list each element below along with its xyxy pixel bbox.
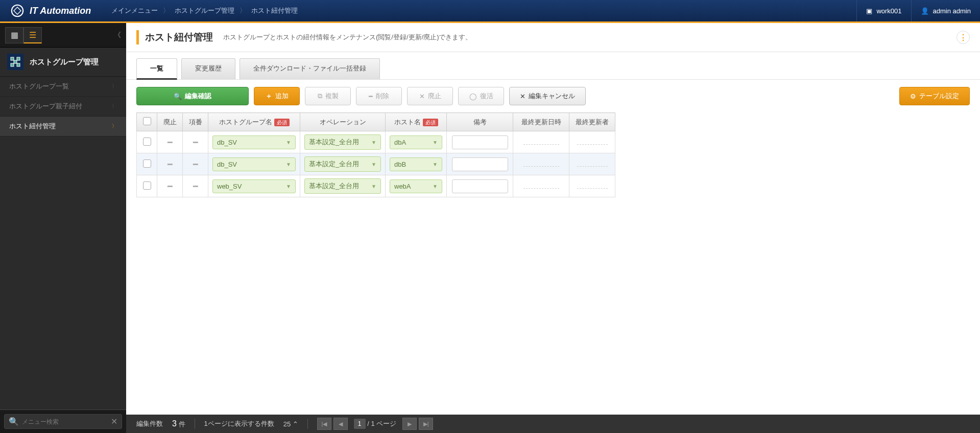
workspace-name: work001 bbox=[876, 7, 901, 15]
discard-indicator: ━ bbox=[168, 138, 173, 147]
chevron-down-icon: ▼ bbox=[433, 184, 438, 189]
chevron-right-icon: 〉 bbox=[112, 103, 117, 110]
clear-icon[interactable]: ✕ bbox=[111, 417, 117, 426]
chevron-down-icon: ▼ bbox=[433, 140, 438, 145]
confirm-edit-button[interactable]: 🔍 編集確認 bbox=[136, 87, 249, 105]
toolbar: 🔍 編集確認 ＋ 追加 ⧉ 複製 ━ 削除 ✕ 廃止 bbox=[126, 80, 980, 112]
col-no: 項番 bbox=[183, 113, 208, 131]
chevron-right-icon: 〉 bbox=[112, 83, 117, 90]
tab-list[interactable]: 一覧 bbox=[136, 58, 177, 80]
tab-download[interactable]: 全件ダウンロード・ファイル一括登録 bbox=[240, 58, 380, 79]
chevron-up-icon: ⌃ bbox=[293, 420, 298, 428]
remark-input[interactable] bbox=[452, 135, 508, 149]
search-check-icon: 🔍 bbox=[174, 93, 182, 100]
svg-rect-4 bbox=[17, 63, 20, 66]
row-checkbox[interactable] bbox=[143, 181, 151, 190]
app-logo[interactable]: IT Automation bbox=[0, 4, 101, 18]
page-header: ホスト紐付管理 ホストグループとホストの紐付情報をメンテナンス(閲覧/登録/更新… bbox=[126, 23, 980, 52]
col-remark: 備考 bbox=[447, 113, 513, 131]
host-select[interactable]: webA▼ bbox=[390, 179, 442, 193]
sidebar: ▦ ☰ 《 ホストグループ管理 ホストグループ一覧 〉 ホストグループ親子紐付 … bbox=[0, 23, 126, 433]
table-row: ━━web_SV▼基本設定_全台用▼webA▼ bbox=[137, 175, 615, 197]
view-list-button[interactable]: ☰ bbox=[23, 27, 42, 43]
copy-icon: ⧉ bbox=[318, 92, 322, 100]
workspace-icon: ▣ bbox=[866, 7, 872, 15]
sidebar-title: ホストグループ管理 bbox=[0, 48, 126, 77]
edit-count: 3 bbox=[172, 419, 177, 428]
search-icon: 🔍 bbox=[9, 417, 19, 426]
user-name: admin admin bbox=[933, 7, 971, 15]
menu-search-input[interactable] bbox=[22, 418, 108, 425]
first-page-button[interactable]: |◀ bbox=[317, 418, 331, 430]
remark-input[interactable] bbox=[452, 179, 508, 193]
footer: 編集件数 3 件 1ページに表示する件数 25 ⌃ |◀ ◀ 1 / 1 ページ… bbox=[126, 415, 980, 433]
hostgroup-select[interactable]: web_SV▼ bbox=[212, 179, 296, 193]
host-select[interactable]: dbB▼ bbox=[390, 157, 442, 171]
button-label: 廃止 bbox=[428, 92, 441, 101]
updated-by-placeholder bbox=[577, 188, 608, 189]
operation-select[interactable]: 基本設定_全台用▼ bbox=[304, 178, 381, 194]
host-select[interactable]: dbA▼ bbox=[390, 135, 442, 149]
plus-icon: ＋ bbox=[266, 92, 272, 101]
next-page-button[interactable]: ▶ bbox=[402, 418, 417, 430]
button-label: 編集確認 bbox=[185, 92, 211, 101]
page-menu-button[interactable]: ⋮ bbox=[957, 31, 970, 44]
operation-select[interactable]: 基本設定_全台用▼ bbox=[304, 156, 381, 172]
sidebar-item-parent-child[interactable]: ホストグループ親子紐付 〉 bbox=[0, 97, 126, 117]
chevron-left-icon: 《 bbox=[114, 31, 121, 39]
discard-indicator: ━ bbox=[168, 182, 173, 191]
sidebar-item-label: ホスト紐付管理 bbox=[9, 122, 56, 131]
breadcrumb-item[interactable]: ホストグループ管理 bbox=[175, 6, 234, 15]
required-badge: 必須 bbox=[274, 119, 290, 126]
edit-count-label: 編集件数 bbox=[136, 419, 163, 428]
chevron-right-icon: 〉 bbox=[240, 6, 246, 15]
button-label: テーブル設定 bbox=[919, 92, 959, 101]
copy-button[interactable]: ⧉ 複製 bbox=[305, 87, 351, 105]
breadcrumb-item[interactable]: ホスト紐付管理 bbox=[251, 6, 298, 15]
close-icon: ✕ bbox=[419, 93, 425, 100]
no-indicator: ━ bbox=[193, 182, 198, 191]
hostgroup-select[interactable]: db_SV▼ bbox=[212, 135, 296, 149]
sidebar-collapse-button[interactable]: 《 bbox=[114, 31, 121, 40]
sidebar-item-hostgroup-list[interactable]: ホストグループ一覧 〉 bbox=[0, 77, 126, 97]
prev-page-button[interactable]: ◀ bbox=[333, 418, 348, 430]
restore-button[interactable]: ◯ 復活 bbox=[458, 87, 504, 105]
delete-button[interactable]: ━ 削除 bbox=[356, 87, 402, 105]
view-grid-button[interactable]: ▦ bbox=[5, 27, 23, 43]
sidebar-search: 🔍 ✕ bbox=[0, 409, 126, 433]
chevron-right-icon: 〉 bbox=[163, 6, 170, 15]
required-badge: 必須 bbox=[423, 119, 438, 126]
sidebar-item-host-link[interactable]: ホスト紐付管理 〉 bbox=[0, 117, 126, 136]
last-page-button[interactable]: ▶| bbox=[419, 418, 433, 430]
row-checkbox[interactable] bbox=[143, 138, 151, 146]
svg-rect-5 bbox=[14, 60, 17, 63]
hostgroup-select[interactable]: db_SV▼ bbox=[212, 157, 296, 171]
discard-button[interactable]: ✕ 廃止 bbox=[407, 87, 453, 105]
operation-select[interactable]: 基本設定_全台用▼ bbox=[304, 134, 381, 150]
workspace-selector[interactable]: ▣ work001 bbox=[856, 0, 911, 21]
table-settings-button[interactable]: ⚙ テーブル設定 bbox=[899, 87, 970, 105]
data-table: 廃止 項番 ホストグループ名必須 オペレーション ホスト名必須 備考 最終更新日… bbox=[136, 112, 615, 197]
tab-history[interactable]: 変更履歴 bbox=[181, 58, 235, 79]
updated-by-placeholder bbox=[577, 166, 608, 167]
svg-rect-3 bbox=[11, 63, 14, 66]
col-updated-by: 最終更新者 bbox=[569, 113, 615, 131]
chevron-right-icon: 〉 bbox=[112, 123, 117, 130]
restore-icon: ◯ bbox=[469, 93, 477, 100]
kebab-icon: ⋮ bbox=[959, 33, 967, 42]
list-icon: ☰ bbox=[29, 30, 36, 40]
breadcrumb-item[interactable]: メインメニュー bbox=[111, 6, 158, 15]
cancel-edit-button[interactable]: ✕ 編集キャンセル bbox=[509, 87, 586, 105]
select-all-checkbox[interactable] bbox=[143, 117, 151, 125]
logo-icon bbox=[10, 4, 25, 18]
per-page-selector[interactable]: 25 ⌃ bbox=[283, 420, 298, 428]
button-label: 復活 bbox=[480, 92, 493, 101]
no-indicator: ━ bbox=[193, 138, 198, 147]
button-label: 追加 bbox=[275, 92, 289, 101]
remark-input[interactable] bbox=[452, 157, 508, 171]
user-menu[interactable]: 👤 admin admin bbox=[911, 0, 980, 21]
minus-icon: ━ bbox=[369, 93, 373, 100]
add-button[interactable]: ＋ 追加 bbox=[254, 87, 300, 105]
row-checkbox[interactable] bbox=[143, 159, 151, 168]
gear-icon: ⚙ bbox=[910, 93, 916, 100]
